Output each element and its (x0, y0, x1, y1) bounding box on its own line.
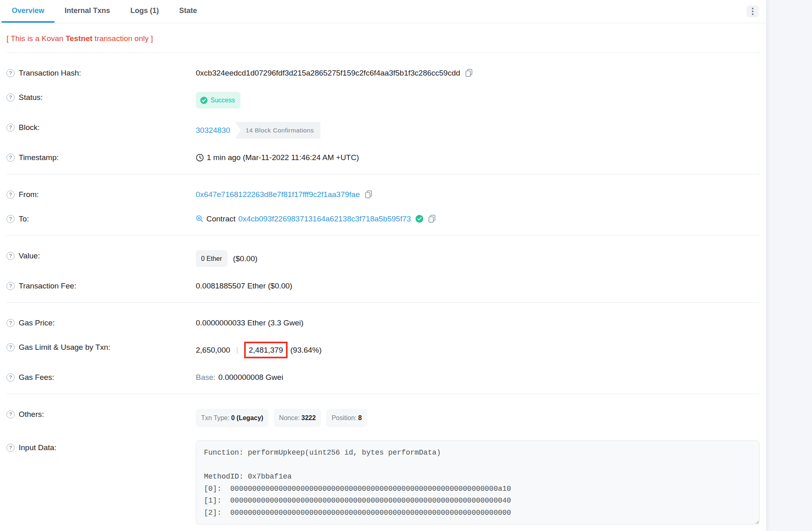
row-gas-price: Gas Price: 0.0000000033 Ether (3.3 Gwei) (6, 317, 760, 328)
gas-price-label: Gas Price: (19, 317, 55, 328)
to-label: To: (19, 213, 29, 224)
position-badge: Position:8 (326, 409, 367, 427)
value-usd: ($0.00) (233, 253, 258, 264)
input-data-textarea[interactable]: Function: performUpkeep(uint256 id, byte… (196, 440, 760, 524)
value-label: Value: (19, 250, 40, 261)
to-address-link[interactable]: 0x4cb093f226983713164a62138c3f718a5b595f… (238, 213, 411, 224)
value-amount-badge: 0 Ether (196, 250, 227, 267)
transaction-hash-value: 0xcb324eedcd1d07296fdf3d215a2865275f159c… (196, 67, 460, 78)
help-icon (6, 124, 15, 132)
others-label: Others: (19, 409, 44, 420)
row-gas-fees: Gas Fees: Base: 0.000000008 Gwei (6, 372, 760, 383)
row-others: Others: Txn Type:0 (Legacy) Nonce:3222 P… (6, 409, 760, 427)
gas-used-annotation-box: 2,481,379 (244, 342, 288, 358)
testnet-notice: [ This is a Kovan Testnet transaction on… (6, 23, 760, 52)
to-contract-label: Contract (206, 213, 236, 224)
row-transaction-hash: Transaction Hash: 0xcb324eedcd1d07296fdf… (6, 67, 760, 78)
copy-icon[interactable] (364, 190, 373, 199)
tab-bar: Overview Internal Txns Logs (1) State (0, 0, 766, 23)
gas-price-value: 0.0000000033 Ether (3.3 Gwei) (196, 317, 303, 328)
block-label: Block: (19, 122, 40, 133)
row-timestamp: Timestamp: 1 min ago (Mar-11-2022 11:46:… (6, 152, 760, 163)
from-label: From: (19, 189, 39, 200)
from-address-link[interactable]: 0x647e7168122263d8e7f81f17fff9c2f1aa379f… (196, 189, 360, 200)
gas-fees-base-value: 0.000000008 Gwei (219, 372, 284, 383)
help-icon (6, 319, 15, 327)
row-status: Status: Success (6, 92, 760, 108)
row-value: Value: 0 Ether ($0.00) (6, 250, 760, 267)
transaction-fee-value: 0.0081885507 Ether ($0.00) (196, 280, 292, 291)
more-options-button[interactable] (747, 5, 759, 17)
transaction-hash-label: Transaction Hash: (19, 67, 81, 78)
clock-icon (196, 154, 204, 162)
block-confirmations-badge: 14 Block Confirmations (235, 122, 320, 139)
zoom-in-icon[interactable] (196, 215, 204, 223)
gas-fees-base-label: Base: (196, 372, 216, 383)
row-transaction-fee: Transaction Fee: 0.0081885507 Ether ($0.… (6, 280, 760, 291)
row-gas-limit-usage: Gas Limit & Usage by Txn: 2,650,000 | 2,… (6, 342, 760, 358)
help-icon (6, 69, 15, 77)
block-number-link[interactable]: 30324830 (196, 125, 230, 136)
row-block: Block: 30324830 14 Block Confirmations (6, 122, 760, 139)
tab-internal-txns[interactable]: Internal Txns (54, 0, 120, 23)
help-icon (6, 282, 15, 290)
status-badge: Success (196, 92, 240, 108)
kebab-icon (752, 8, 754, 9)
timestamp-value: 1 min ago (Mar-11-2022 11:46:24 AM +UTC) (207, 152, 359, 163)
row-to: To: Contract 0x4cb093f226983713164a62138… (6, 213, 760, 224)
input-data-label: Input Data: (19, 442, 56, 453)
copy-icon[interactable] (465, 69, 473, 77)
gas-limit-value: 2,650,000 (196, 345, 230, 355)
gas-separator: | (236, 345, 238, 355)
help-icon (6, 252, 15, 260)
copy-icon[interactable] (428, 215, 436, 223)
help-icon (6, 410, 15, 418)
gas-used-percent: (93.64%) (290, 345, 322, 355)
help-icon (6, 373, 15, 381)
help-icon (6, 93, 15, 102)
txn-type-badge: Txn Type:0 (Legacy) (196, 409, 269, 427)
gas-fees-label: Gas Fees: (19, 372, 54, 383)
timestamp-label: Timestamp: (19, 152, 59, 163)
tab-logs[interactable]: Logs (1) (120, 0, 169, 23)
check-circle-icon (200, 97, 208, 104)
gas-used-value: 2,481,379 (249, 346, 283, 354)
section-parties: From: 0x647e7168122263d8e7f81f17fff9c2f1… (6, 174, 760, 224)
nonce-badge: Nonce:3222 (274, 409, 321, 427)
section-gas: Gas Price: 0.0000000033 Ether (3.3 Gwei)… (6, 302, 760, 383)
tab-overview[interactable]: Overview (2, 0, 54, 23)
help-icon (6, 444, 15, 452)
help-icon (6, 154, 15, 162)
row-from: From: 0x647e7168122263d8e7f81f17fff9c2f1… (6, 189, 760, 200)
section-others: Others: Txn Type:0 (Legacy) Nonce:3222 P… (6, 394, 760, 531)
status-label: Status: (19, 92, 43, 103)
help-icon (6, 343, 15, 351)
section-value: Value: 0 Ether ($0.00) Transaction Fee: … (6, 235, 760, 291)
help-icon (6, 191, 15, 199)
help-icon (6, 215, 15, 223)
transaction-details-card: Overview Internal Txns Logs (1) State [ … (0, 0, 767, 531)
section-summary: Transaction Hash: 0xcb324eedcd1d07296fdf… (6, 52, 760, 163)
tab-state[interactable]: State (169, 0, 207, 23)
gas-limit-label: Gas Limit & Usage by Txn: (19, 342, 110, 353)
row-input-data: Input Data: Function: performUpkeep(uint… (6, 440, 760, 531)
transaction-fee-label: Transaction Fee: (19, 280, 76, 291)
verified-contract-icon (416, 215, 423, 223)
